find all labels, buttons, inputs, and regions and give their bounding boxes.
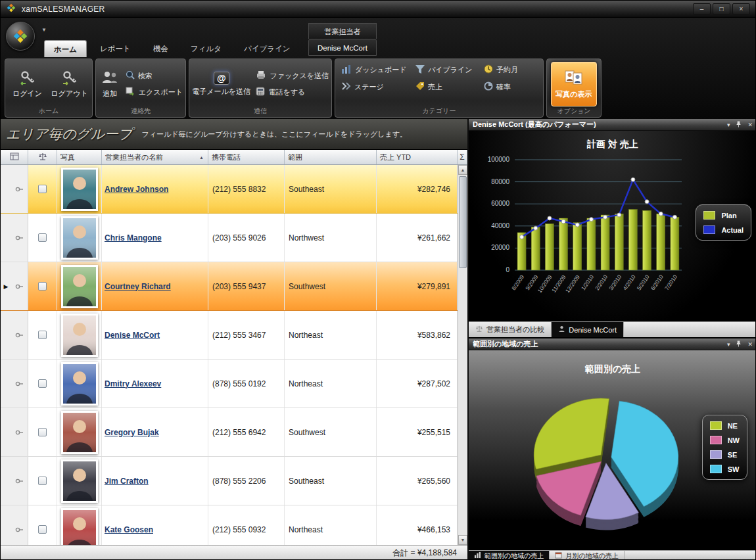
row-pin-icon[interactable] — [11, 408, 28, 456]
pin-icon[interactable] — [736, 340, 742, 348]
minimize-button[interactable]: – — [693, 3, 711, 14]
row-checkbox[interactable] — [38, 282, 47, 291]
table-row[interactable]: ▶Courtney Richard(203) 555 9437Southwest… — [1, 262, 458, 311]
dashboard-button[interactable]: ダッシュボード — [342, 65, 413, 75]
ribbon-tab[interactable]: パイプライン — [235, 40, 300, 57]
range-cell: Northeast — [285, 360, 377, 408]
table-row[interactable]: Chris Mangone(203) 555 9026Northwest¥261… — [1, 214, 458, 262]
pin-icon[interactable] — [736, 121, 742, 129]
salesperson-name-link[interactable]: Gregory Bujak — [105, 428, 159, 437]
quick-access-dropdown-icon[interactable]: ▼ — [41, 27, 47, 33]
column-header-range[interactable]: 範囲 — [285, 150, 377, 164]
column-header-photo[interactable]: 写真 — [57, 150, 102, 164]
ribbon-tab[interactable]: ホーム — [44, 40, 87, 57]
pipeline-button[interactable]: パイプライン — [415, 65, 481, 75]
row-checkbox[interactable] — [38, 379, 47, 388]
scroll-up-button[interactable]: ▲ — [458, 165, 467, 175]
column-header-phone[interactable]: 携帯電話 — [208, 150, 285, 164]
maximize-button[interactable]: □ — [713, 3, 730, 14]
send-fax-button[interactable]: ファックスを送信 — [256, 70, 329, 81]
row-pin-icon[interactable] — [11, 311, 28, 359]
vertical-scrollbar[interactable]: ▲ ▼ — [458, 165, 467, 545]
scroll-down-button[interactable]: ▼ — [458, 535, 467, 545]
svg-text:6/2010: 6/2010 — [650, 273, 665, 291]
salesperson-name-link[interactable]: Andrew Johnson — [105, 185, 168, 194]
table-row[interactable]: Dmitry Alexeev(878) 555 0192Northeast¥28… — [1, 360, 458, 408]
row-checkbox[interactable] — [38, 477, 47, 485]
logout-button[interactable]: ログアウト — [49, 61, 89, 106]
row-pin-icon[interactable] — [11, 165, 28, 213]
close-icon[interactable]: ✕ — [747, 341, 753, 348]
panel-tab[interactable]: 月別の地域の売上 — [550, 551, 624, 560]
salesperson-name-link[interactable]: Dmitry Alexeev — [105, 379, 161, 388]
row-pin-icon[interactable] — [11, 262, 28, 310]
svg-text:20000: 20000 — [491, 244, 509, 251]
row-select-cell — [28, 408, 57, 456]
top-panel-title: Denise McCort (最高のパフォーマー) — [473, 120, 596, 129]
add-contact-button[interactable]: 追加 — [99, 61, 122, 106]
row-pin-icon[interactable] — [11, 214, 28, 262]
compare-column-header[interactable] — [28, 150, 57, 164]
close-icon[interactable]: ✕ — [747, 122, 753, 128]
ribbon-tab[interactable]: フィルタ — [181, 40, 231, 57]
ribbon-tab[interactable]: レポート — [91, 40, 140, 57]
row-pin-icon[interactable] — [11, 457, 28, 505]
panel-tab[interactable]: 営業担当者の比較 — [469, 322, 552, 337]
bar-chart-legend: PlanActual — [696, 204, 751, 241]
row-pin-icon[interactable] — [11, 360, 28, 408]
row-checkbox[interactable] — [38, 525, 47, 534]
salesperson-name-link[interactable]: Denise McCort — [105, 331, 160, 340]
table-row[interactable]: Jim Crafton(878) 555 2206Southeast¥265,5… — [1, 457, 458, 505]
column-header-ytd[interactable]: 売上 YTD — [377, 150, 458, 164]
dropdown-icon[interactable]: ▾ — [727, 122, 730, 128]
dashboard-label: ダッシュボード — [355, 65, 407, 75]
title-bar[interactable]: xamSALESMANAGER – □ × — [1, 1, 755, 18]
scrollbar-thumb[interactable] — [459, 176, 467, 268]
booked-month-button[interactable]: 予約月 — [484, 64, 540, 75]
salesperson-photo — [61, 362, 98, 406]
search-button[interactable]: 検索 — [126, 70, 183, 81]
row-pin-icon[interactable] — [11, 505, 28, 545]
export-button[interactable]: エクスポート — [126, 87, 183, 97]
group-by-area-bar[interactable]: エリア毎のグループ フィールド毎にグループ分けするときは、ここにフィールドをドラ… — [1, 119, 467, 150]
probability-button[interactable]: 確率 — [484, 82, 540, 92]
show-photos-toggle-button[interactable]: 写真の表示 — [551, 62, 597, 106]
row-layout-header[interactable] — [1, 150, 28, 164]
row-checkbox[interactable] — [38, 185, 47, 193]
panel-tab[interactable]: Denise McCort — [552, 322, 624, 337]
make-call-button[interactable]: 電話をする — [256, 87, 329, 97]
send-email-button[interactable]: @ 電子メールを送信 — [192, 61, 250, 106]
table-row[interactable]: Kate Goosen(212) 555 0932Northeast¥466,1… — [1, 505, 458, 545]
stage-button[interactable]: ステージ — [342, 82, 413, 92]
probability-icon — [484, 82, 493, 92]
salesperson-name-link[interactable]: Chris Mangone — [105, 233, 162, 243]
person-icon — [558, 325, 565, 334]
salesperson-name-link[interactable]: Kate Goosen — [105, 525, 153, 534]
bottom-panel-header[interactable]: 範囲別の地域の売上 ▾ ✕ — [469, 338, 756, 350]
row-checkbox[interactable] — [38, 233, 47, 242]
salesperson-name-link[interactable]: Jim Crafton — [105, 477, 149, 486]
sales-button[interactable]: 売上 — [415, 82, 481, 92]
ribbon-group-options: 写真の表示 オプション — [546, 58, 602, 118]
column-header-name[interactable]: 営業担当者の名前 ▲ — [102, 150, 208, 164]
row-checkbox[interactable] — [38, 331, 47, 339]
range-cell: Northeast — [285, 311, 377, 359]
table-row[interactable]: Gregory Bujak(212) 555 6942Southwest¥255… — [1, 408, 458, 457]
row-select-cell — [28, 360, 57, 408]
panel-tab[interactable]: 範囲別の地域の売上 — [469, 551, 550, 560]
ribbon-tab[interactable]: 機会 — [144, 40, 177, 57]
summary-sigma-button[interactable]: Σ — [458, 150, 467, 164]
table-row[interactable]: Andrew Johnson(212) 555 8832Southeast¥28… — [1, 165, 458, 214]
contextual-group-label: 営業担当者 — [308, 23, 377, 39]
close-button[interactable]: × — [732, 3, 750, 14]
mobile-phone-cell: (203) 555 9437 — [208, 262, 285, 310]
legend-entry: SE — [710, 450, 740, 459]
dropdown-icon[interactable]: ▾ — [727, 341, 730, 348]
login-button[interactable]: ログイン — [8, 61, 47, 106]
ribbon-tab-contextual[interactable]: Denise McCort — [308, 39, 377, 56]
row-checkbox[interactable] — [38, 428, 47, 436]
salesperson-name-link[interactable]: Courtney Richard — [105, 282, 171, 291]
top-panel-header[interactable]: Denise McCort (最高のパフォーマー) ▾ ✕ — [469, 119, 756, 131]
table-row[interactable]: Denise McCort(212) 555 3467Northeast¥583… — [1, 311, 458, 360]
probability-label: 確率 — [496, 82, 511, 92]
